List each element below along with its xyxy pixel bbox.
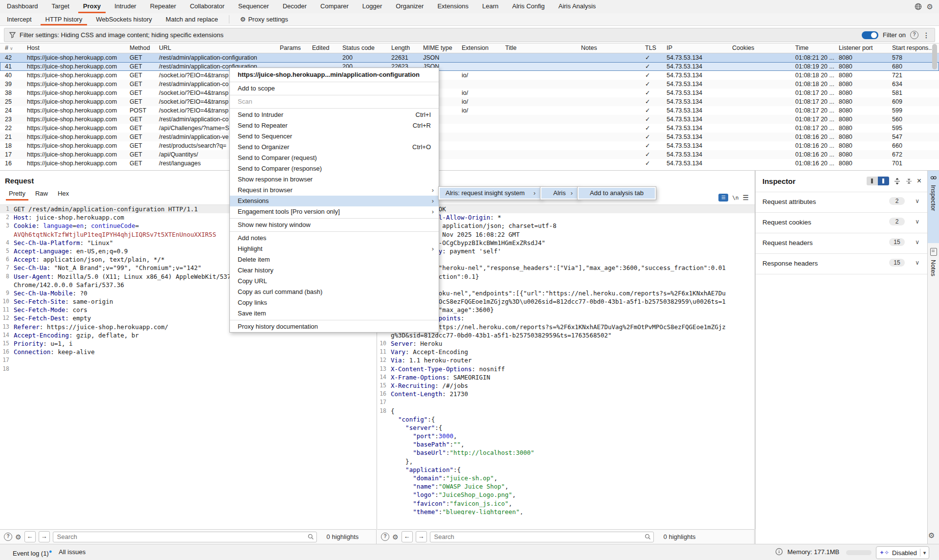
column-header-mime-type[interactable]: MIME type [421, 44, 459, 53]
submenu-item-add-to-analysis-tab[interactable]: Add to analysis tab [579, 188, 655, 199]
subtab-match-and-replace[interactable]: Match and replace [159, 13, 225, 25]
subtab-http-history[interactable]: HTTP history [39, 13, 89, 25]
filter-settings-bar[interactable]: Filter settings: Hiding CSS and image co… [4, 28, 935, 42]
table-row-38[interactable]: 38https://juice-shop.herokuapp.comGET/so… [0, 89, 939, 97]
request-prev-match-button[interactable]: ← [24, 531, 36, 542]
main-tab-logger[interactable]: Logger [356, 0, 389, 13]
menu-item-highlight[interactable]: Highlight› [230, 244, 439, 254]
event-log-button[interactable]: Event log (1)● [13, 548, 52, 557]
response-prev-match-button[interactable]: ← [402, 531, 413, 542]
response-search-gear-icon[interactable]: ⚙ [392, 533, 399, 541]
menu-item-extensions[interactable]: Extensions› [230, 196, 439, 206]
filter-on-toggle[interactable] [862, 31, 878, 39]
collapse-all-icon[interactable] [905, 178, 913, 185]
subtab-websockets-history[interactable]: WebSockets history [89, 13, 159, 25]
main-tab-alris-config[interactable]: Alris Config [505, 0, 551, 13]
column-header-edited[interactable]: Edited [310, 44, 340, 53]
menu-item-send-to-sequencer[interactable]: Send to Sequencer [230, 131, 439, 142]
main-tab-learn[interactable]: Learn [475, 0, 505, 13]
table-scrollbar[interactable] [931, 43, 938, 167]
column-header-ip[interactable]: IP [665, 44, 730, 53]
table-row-16[interactable]: 16https://juice-shop.herokuapp.comGET/re… [0, 159, 939, 168]
more-options-icon[interactable]: ⋮ [923, 31, 930, 39]
table-row-39[interactable]: 39https://juice-shop.herokuapp.comGET/re… [0, 80, 939, 89]
table-row-21[interactable]: 21https://juice-shop.herokuapp.comGET/re… [0, 133, 939, 141]
submenu-item-alris-request-insight-system[interactable]: Alris: request insight system› [440, 188, 540, 199]
menu-item-copy-url[interactable]: Copy URL [230, 276, 439, 287]
menu-item-send-to-repeater[interactable]: Send to RepeaterCtrl+R [230, 120, 439, 131]
column-header-params[interactable]: Params [278, 44, 310, 53]
help-icon[interactable]: ? [910, 31, 918, 39]
menu-item-engagement-tools-pro-version-only-[interactable]: Engagement tools [Pro version only]› [230, 206, 439, 217]
menu-item-send-to-comparer-response-[interactable]: Send to Comparer (response) [230, 163, 439, 174]
main-tab-repeater[interactable]: Repeater [143, 0, 183, 13]
inspector-overlay-layout-icon[interactable] [878, 177, 889, 185]
table-row-17[interactable]: 17https://juice-shop.herokuapp.comGET/ap… [0, 150, 939, 159]
main-tab-sequencer[interactable]: Sequencer [231, 0, 276, 13]
request-search-input[interactable] [53, 532, 317, 542]
column-header--[interactable]: #∨ [3, 44, 24, 53]
table-row-23[interactable]: 23https://juice-shop.herokuapp.comGET/re… [0, 115, 939, 124]
table-row-42[interactable]: 42https://juice-shop.herokuapp.comGET/re… [0, 53, 939, 62]
main-tab-collaborator[interactable]: Collaborator [183, 0, 231, 13]
main-tab-dashboard[interactable]: Dashboard [0, 0, 45, 13]
response-search-input[interactable] [430, 532, 654, 542]
request-tab-pretty[interactable]: Pretty [5, 189, 29, 200]
ai-disabled-button[interactable]: ✦✧ Disabled ▾ [876, 546, 929, 559]
response-next-match-button[interactable]: → [416, 531, 427, 542]
request-tab-hex[interactable]: Hex [54, 189, 73, 200]
table-row-40[interactable]: 40https://juice-shop.herokuapp.comGET/so… [0, 71, 939, 80]
column-header-url[interactable]: URL [157, 44, 277, 53]
editor-menu-icon[interactable]: ☰ [742, 194, 749, 202]
main-tab-airis-analysis[interactable]: Airis Analysis [552, 0, 603, 13]
inspector-layout-toggle[interactable] [867, 177, 889, 185]
request-next-match-button[interactable]: → [39, 531, 50, 542]
main-tab-intruder[interactable]: Intruder [108, 0, 143, 13]
menu-item-send-to-comparer-request-[interactable]: Send to Comparer (request) [230, 153, 439, 163]
column-header-tls[interactable]: TLS [643, 44, 664, 53]
table-row-22[interactable]: 22https://juice-shop.herokuapp.comGET/ap… [0, 124, 939, 133]
settings-gear-icon[interactable]: ⚙ [927, 2, 933, 11]
column-header-host[interactable]: Host [25, 44, 127, 53]
menu-item-delete-item[interactable]: Delete item [230, 254, 439, 265]
column-header-status-code[interactable]: Status code [340, 44, 389, 53]
table-header[interactable]: #∨HostMethodURLParamsEditedStatus codeLe… [0, 43, 939, 53]
column-header-extension[interactable]: Extension [460, 44, 503, 53]
menu-item-show-response-in-browser[interactable]: Show response in browser [230, 174, 439, 185]
menu-item-proxy-history-documentation[interactable]: Proxy history documentation [230, 321, 439, 332]
inspector-section-request-cookies[interactable]: Request cookies2∨ [756, 213, 927, 233]
menu-item-add-notes[interactable]: Add notes [230, 233, 439, 244]
all-issues-button[interactable]: All issues [59, 548, 86, 556]
main-tab-organizer[interactable]: Organizer [389, 0, 430, 13]
column-header-listener-port[interactable]: Listener port [837, 44, 890, 53]
table-row-25[interactable]: 25https://juice-shop.herokuapp.comGET/so… [0, 97, 939, 106]
menu-item-show-new-history-window[interactable]: Show new history window [230, 220, 439, 230]
table-row-24[interactable]: 24https://juice-shop.herokuapp.comPOST/s… [0, 106, 939, 115]
request-search-help-icon[interactable]: ? [4, 533, 12, 541]
menu-item-add-to-scope[interactable]: Add to scope [230, 83, 439, 94]
newline-toggle-icon[interactable]: \n [732, 195, 738, 201]
menu-item-save-item[interactable]: Save item [230, 308, 439, 319]
globe-icon[interactable] [915, 3, 922, 10]
column-header-notes[interactable]: Notes [579, 44, 643, 53]
sidebar-tab-inspector[interactable]: Inspector [928, 171, 939, 243]
main-tab-comparer[interactable]: Comparer [313, 0, 356, 13]
column-header-length[interactable]: Length [389, 44, 421, 53]
menu-item-send-to-organizer[interactable]: Send to OrganizerCtrl+O [230, 142, 439, 153]
subtab-intercept[interactable]: Intercept [0, 13, 39, 25]
main-tab-proxy[interactable]: Proxy [76, 0, 108, 13]
submenu-item-alris[interactable]: Alris› [541, 188, 578, 199]
request-search-gear-icon[interactable]: ⚙ [15, 533, 22, 541]
main-tab-extensions[interactable]: Extensions [430, 0, 475, 13]
column-header-time[interactable]: Time [793, 44, 836, 53]
response-search-help-icon[interactable]: ? [381, 533, 389, 541]
column-header-method[interactable]: Method [128, 44, 156, 53]
inspector-section-request-attributes[interactable]: Request attributes2∨ [756, 192, 927, 213]
main-tab-decoder[interactable]: Decoder [276, 0, 313, 13]
menu-item-copy-links[interactable]: Copy links [230, 297, 439, 308]
menu-item-request-in-browser[interactable]: Request in browser› [230, 185, 439, 196]
pretty-print-icon[interactable]: ☰ [718, 194, 728, 202]
menu-item-copy-as-curl-command-bash-[interactable]: Copy as curl command (bash) [230, 287, 439, 297]
expand-all-icon[interactable] [894, 178, 901, 185]
column-header-cookies[interactable]: Cookies [730, 44, 793, 53]
